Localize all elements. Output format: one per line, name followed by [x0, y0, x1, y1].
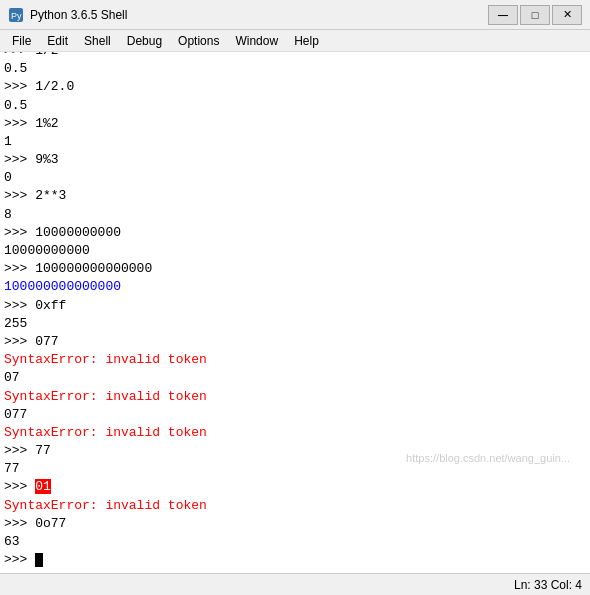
shell-line: 255 [4, 315, 586, 333]
shell-line: 100000000000000 [4, 278, 586, 296]
shell-line: >>> 1%2 [4, 115, 586, 133]
watermark: https://blog.csdn.net/wang_guin... [406, 452, 570, 464]
shell-line: 8 [4, 206, 586, 224]
shell-line: >>> 0o77 [4, 515, 586, 533]
shell-line: >>> 077 [4, 333, 586, 351]
shell-line: 0.5 [4, 97, 586, 115]
shell-line: >>> 9%3 [4, 151, 586, 169]
statusbar: Ln: 33 Col: 4 [0, 573, 590, 595]
shell-line: SyntaxError: invalid token [4, 351, 586, 369]
shell-line: >>> 01 [4, 478, 586, 496]
maximize-button[interactable]: □ [520, 5, 550, 25]
cursor [35, 553, 43, 567]
window-controls: ─ □ ✕ [488, 5, 582, 25]
shell-line: 0 [4, 169, 586, 187]
menubar: File Edit Shell Debug Options Window Hel… [0, 30, 590, 52]
menu-debug[interactable]: Debug [119, 32, 170, 50]
status-position: Ln: 33 Col: 4 [514, 578, 582, 592]
menu-window[interactable]: Window [227, 32, 286, 50]
shell-line: >>> 100000000000000 [4, 260, 586, 278]
minimize-button[interactable]: ─ [488, 5, 518, 25]
shell-line: 63 [4, 533, 586, 551]
shell-line: >>> 1/2.0 [4, 78, 586, 96]
menu-help[interactable]: Help [286, 32, 327, 50]
menu-options[interactable]: Options [170, 32, 227, 50]
shell-line: >>> 0xff [4, 297, 586, 315]
shell-line: >>> 2**3 [4, 187, 586, 205]
shell-line: SyntaxError: invalid token [4, 497, 586, 515]
shell-line: 077 [4, 406, 586, 424]
shell-output[interactable]: Python 3.6.5 (v3.6.5:f59c0932b4, Mar 28 … [0, 52, 590, 573]
svg-text:Py: Py [11, 11, 22, 21]
window-title: Python 3.6.5 Shell [30, 8, 488, 22]
menu-file[interactable]: File [4, 32, 39, 50]
shell-prompt-line[interactable]: >>> [4, 551, 586, 569]
shell-line: >>> 10000000000 [4, 224, 586, 242]
shell-line: 10000000000 [4, 242, 586, 260]
shell-line: SyntaxError: invalid token [4, 388, 586, 406]
menu-shell[interactable]: Shell [76, 32, 119, 50]
shell-line: SyntaxError: invalid token [4, 424, 586, 442]
shell-line: 07 [4, 369, 586, 387]
titlebar: Py Python 3.6.5 Shell ─ □ ✕ [0, 0, 590, 30]
close-button[interactable]: ✕ [552, 5, 582, 25]
shell-line: >>> 1/2 [4, 52, 586, 60]
shell-line: 1 [4, 133, 586, 151]
menu-edit[interactable]: Edit [39, 32, 76, 50]
highlighted-token: 01 [35, 479, 51, 494]
shell-line: 0.5 [4, 60, 586, 78]
python-icon: Py [8, 7, 24, 23]
